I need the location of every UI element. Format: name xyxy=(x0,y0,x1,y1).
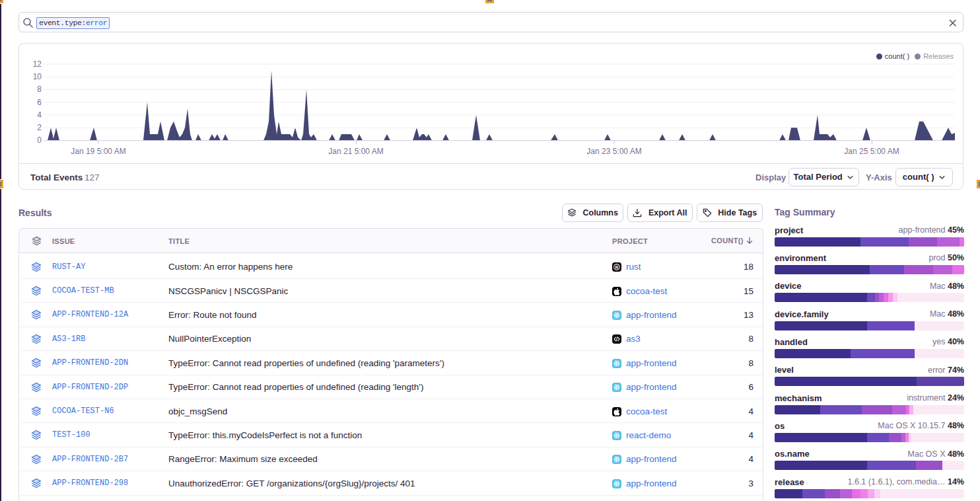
svg-text:R: R xyxy=(615,265,618,270)
